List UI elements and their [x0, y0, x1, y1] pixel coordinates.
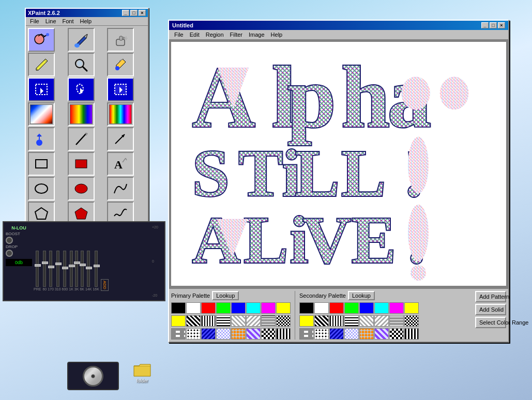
tool-arrow[interactable] [107, 127, 134, 151]
toolbox-menu-file[interactable]: File [27, 18, 42, 25]
tool-ellipse-outline[interactable] [28, 177, 55, 201]
mixer-boost-knob[interactable] [6, 237, 13, 244]
secondary-pattern-brick[interactable] [299, 328, 314, 340]
primary-pattern-1[interactable] [186, 315, 201, 327]
tool-eyedropper[interactable] [107, 53, 134, 76]
primary-pattern-grid[interactable] [276, 328, 291, 340]
secondary-color-black[interactable] [299, 302, 314, 314]
tool-rect-outline[interactable] [28, 152, 55, 176]
add-pattern-button[interactable]: Add Pattern [475, 291, 506, 302]
primary-pattern-5[interactable] [246, 315, 261, 327]
mixer-preamp-slider[interactable] [36, 251, 39, 287]
secondary-pattern-striped-purple[interactable] [374, 328, 389, 340]
mixer-310-slider[interactable] [56, 251, 59, 287]
secondary-pattern-6[interactable] [389, 315, 404, 327]
mixer-14k-slider[interactable] [87, 251, 90, 287]
toolbox-menu-line[interactable]: Line [42, 18, 59, 25]
toolbox-close-btn[interactable]: × [139, 10, 146, 16]
secondary-color-green[interactable] [344, 302, 359, 314]
toolbox-menu-help[interactable]: Help [77, 18, 95, 25]
tool-paint-bucket[interactable] [28, 28, 55, 52]
tool-rect-fill[interactable] [68, 152, 95, 176]
main-minimize-btn[interactable]: _ [481, 22, 489, 28]
primary-color-magenta[interactable] [261, 302, 276, 314]
primary-pattern-striped-purple[interactable] [246, 328, 261, 340]
primary-pattern-brick[interactable] [171, 328, 186, 340]
primary-color-white[interactable] [186, 302, 201, 314]
canvas-inner[interactable]: .alpha-letter { fill: url(#crosshatch); … [171, 42, 506, 286]
secondary-color-cyan[interactable] [374, 302, 389, 314]
main-menu-filter[interactable]: Filter [227, 31, 246, 38]
tool-spray[interactable] [107, 28, 134, 52]
main-close-btn[interactable]: × [498, 22, 505, 28]
primary-pattern-6[interactable] [261, 315, 276, 327]
secondary-pattern-3[interactable] [344, 315, 359, 327]
primary-color-blue[interactable] [231, 302, 246, 314]
primary-pattern-orange[interactable] [231, 328, 246, 340]
secondary-color-magenta[interactable] [389, 302, 404, 314]
tool-select-lasso[interactable] [68, 78, 95, 101]
secondary-pattern-7[interactable] [404, 315, 419, 327]
add-solid-button[interactable]: Add Solid [475, 304, 506, 315]
mixer-170-slider[interactable] [49, 251, 52, 287]
primary-color-yellow2[interactable] [171, 315, 186, 327]
secondary-pattern-grid[interactable] [404, 328, 419, 340]
folder-icon[interactable]: folder [129, 362, 155, 388]
tool-curve[interactable] [107, 177, 134, 201]
primary-pattern-check-blue[interactable] [216, 328, 231, 340]
secondary-pattern-check-bw[interactable] [389, 328, 404, 340]
tool-color-spectrum2[interactable] [68, 102, 95, 126]
primary-color-red[interactable] [201, 302, 216, 314]
secondary-color-red[interactable] [329, 302, 344, 314]
secondary-color-yellow[interactable] [404, 302, 419, 314]
mixer-add-button[interactable]: ADD [101, 279, 109, 291]
primary-lookup-button[interactable]: Lookup [212, 291, 239, 300]
tool-fill-brush[interactable] [68, 28, 95, 52]
main-menu-region[interactable]: Region [203, 31, 227, 38]
primary-pattern-check-bw[interactable] [261, 328, 276, 340]
tool-ellipse-fill[interactable] [68, 177, 95, 201]
secondary-color-blue[interactable] [359, 302, 374, 314]
mixer-60-slider[interactable] [43, 251, 46, 287]
primary-pattern-7[interactable] [276, 315, 291, 327]
tool-magnify[interactable] [68, 53, 95, 76]
canvas-area[interactable]: .alpha-letter { fill: url(#crosshatch); … [169, 40, 508, 288]
secondary-pattern-orange[interactable] [359, 328, 374, 340]
mixer-600-slider[interactable] [63, 251, 66, 287]
primary-color-black[interactable] [171, 302, 186, 314]
secondary-pattern-check-blue[interactable] [344, 328, 359, 340]
secondary-pattern-dots[interactable] [314, 328, 329, 340]
main-menu-file[interactable]: File [171, 31, 187, 38]
mixer-1k-slider[interactable] [70, 251, 73, 287]
tool-pencil[interactable] [28, 53, 55, 76]
tool-line-tool[interactable] [68, 127, 95, 151]
primary-pattern-dots[interactable] [186, 328, 201, 340]
primary-pattern-2[interactable] [201, 315, 216, 327]
tool-select-magic[interactable] [107, 78, 134, 101]
toolbox-menu-font[interactable]: Font [59, 18, 77, 25]
primary-color-cyan[interactable] [246, 302, 261, 314]
toolbox-minimize-btn[interactable]: _ [122, 10, 129, 16]
mixer-6k-slider[interactable] [81, 251, 84, 287]
primary-pattern-diagonal-blue[interactable] [201, 328, 216, 340]
tool-color-spectrum3[interactable] [107, 102, 134, 126]
secondary-pattern-1[interactable] [314, 315, 329, 327]
tool-text[interactable]: A [107, 152, 134, 176]
tool-select-rect[interactable] [28, 78, 55, 101]
mixer-drop-knob[interactable] [6, 250, 13, 257]
secondary-color-white[interactable] [314, 302, 329, 314]
main-menu-help[interactable]: Help [268, 31, 286, 38]
secondary-pattern-diagonal-blue[interactable] [329, 328, 344, 340]
main-menu-edit[interactable]: Edit [187, 31, 203, 38]
tool-color-spectrum1[interactable] [28, 102, 55, 126]
primary-pattern-3[interactable] [216, 315, 231, 327]
secondary-pattern-5[interactable] [374, 315, 389, 327]
tool-dropper2[interactable] [28, 127, 55, 151]
main-maximize-btn[interactable]: □ [490, 22, 497, 28]
secondary-pattern-4[interactable] [359, 315, 374, 327]
select-color-range-button[interactable]: Select Color Range [475, 317, 506, 328]
secondary-color-yellow2[interactable] [299, 315, 314, 327]
primary-color-green[interactable] [216, 302, 231, 314]
secondary-lookup-button[interactable]: Lookup [348, 291, 375, 300]
main-menu-image[interactable]: Image [246, 31, 268, 38]
